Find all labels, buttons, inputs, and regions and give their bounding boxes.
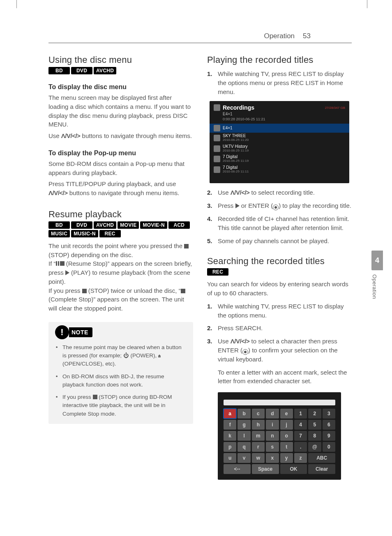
text: buttons to navigate through menu items. — [68, 189, 180, 196]
list-item: 1. While watching TV, press REC LIST to … — [207, 69, 352, 96]
keyboard-key[interactable]: . — [294, 442, 307, 452]
keyboard-key[interactable]: 1 — [294, 409, 307, 419]
sidebar-tab: 4 Operation — [371, 251, 383, 299]
keyboard-key[interactable]: t — [280, 442, 293, 452]
keyboard-key[interactable]: f — [224, 420, 236, 430]
recording-date: 2010-06-25 11:19 — [223, 159, 249, 163]
recording-row[interactable]: SKY THREE2010-06-25 11:20 — [210, 133, 349, 143]
note-badge-icon: ! — [55, 325, 69, 339]
keyboard-key[interactable]: s — [266, 442, 279, 452]
keyboard-key[interactable]: 5 — [308, 420, 321, 430]
text: (OPEN/CLOSE), etc). — [62, 361, 116, 367]
list-item: 1. While watching TV, press REC LIST to … — [207, 302, 352, 320]
recordings-channel: E4+1 — [210, 112, 349, 116]
recording-row[interactable]: E4+1 — [210, 124, 349, 133]
keyboard-key[interactable]: m — [252, 431, 265, 441]
text: Use — [48, 132, 61, 139]
keyboard-key[interactable]: r — [252, 442, 265, 452]
text: Press SEARCH. — [218, 324, 263, 333]
text: Press TITLE/POPUP during playback, and u… — [48, 180, 176, 187]
text: buttons to navigate through menu items. — [80, 132, 192, 139]
note-item: • If you press (STOP) once during BD-ROM… — [55, 393, 187, 418]
keyboard-key[interactable]: d — [266, 409, 279, 419]
label-rec: REC — [99, 230, 121, 237]
text: Use — [218, 189, 231, 196]
note-box: ! NOTE • The resume point may be cleared… — [48, 322, 193, 424]
para-accent-note: To enter a letter with an accent mark, s… — [218, 368, 352, 386]
list-item: 2. Press SEARCH. — [207, 324, 352, 333]
keyboard-key[interactable]: ABC — [308, 453, 335, 463]
keyboard-key[interactable]: 3 — [323, 409, 335, 419]
list-number: 5. — [207, 237, 215, 246]
keyboard-key[interactable]: i — [266, 420, 279, 430]
nav-arrows-glyph: Λ/V/</> — [48, 189, 68, 196]
para-resume-1: The unit records the point where you pre… — [48, 242, 193, 313]
header-page-number: 53 — [303, 32, 311, 40]
keyboard-key[interactable]: a — [224, 409, 236, 419]
recording-thumbnail-icon — [214, 135, 220, 141]
keyboard-key[interactable]: b — [238, 409, 250, 419]
text: Recorded title of CI+ channel has retent… — [218, 214, 352, 232]
keyboard-key[interactable]: Clear — [308, 464, 335, 474]
keyboard-key[interactable]: 4 — [294, 420, 307, 430]
keyboard-key[interactable]: q — [238, 442, 250, 452]
list-number: 3. — [207, 201, 215, 210]
keyboard-key[interactable]: 0 — [323, 442, 335, 452]
list-number: 3. — [207, 337, 215, 386]
list-item: 3. Press or ENTER () to play the recordi… — [207, 201, 352, 210]
keyboard-key[interactable]: <-- — [224, 464, 251, 474]
note-list: • The resume point may be cleared when a… — [55, 343, 187, 418]
keyboard-input-bar — [224, 400, 335, 405]
recording-row[interactable]: 7 Digital2010-06-25 11:19 — [210, 154, 349, 164]
keyboard-key[interactable]: p — [224, 442, 236, 452]
label-avchd: AVCHD — [94, 67, 116, 74]
list-item: 4. Recorded title of CI+ channel has ret… — [207, 214, 352, 232]
eject-icon: ⏏ — [158, 352, 161, 359]
recordings-screenshot: Recordings 27/28/347 GB E4+1 0:00:28 201… — [210, 101, 349, 183]
label-avchd: AVCHD — [94, 221, 116, 229]
keyboard-key[interactable]: n — [266, 431, 279, 441]
section-searching-recorded-titles: Searching the recorded titles — [207, 256, 352, 267]
keyboard-key[interactable]: v — [238, 453, 250, 463]
stop-icon — [93, 395, 97, 399]
play-icon — [235, 203, 240, 208]
keyboard-key[interactable]: 2 — [308, 409, 321, 419]
format-labels: REC — [207, 268, 352, 276]
para-disc-menu-2: Use Λ/V/</> buttons to navigate through … — [48, 131, 193, 140]
keyboard-key[interactable]: Space — [252, 464, 279, 474]
section-resume-playback: Resume playback — [48, 209, 193, 220]
note-item: • The resume point may be cleared when a… — [55, 343, 187, 368]
keyboard-key[interactable]: o — [280, 431, 293, 441]
keyboard-key[interactable]: x — [266, 453, 279, 463]
keyboard-key[interactable]: h — [252, 420, 265, 430]
right-column: Playing the recorded titles 1. While wat… — [207, 55, 352, 480]
text: If “ — [48, 260, 56, 267]
keyboard-key[interactable]: 6 — [323, 420, 335, 430]
keyboard-key[interactable]: 7 — [294, 431, 307, 441]
nav-arrows-glyph: Λ/V/</> — [231, 338, 250, 345]
list-number: 4. — [207, 214, 215, 232]
keyboard-key[interactable]: l — [238, 431, 250, 441]
recording-thumbnail-icon — [214, 166, 220, 173]
recording-row[interactable]: 7 Digital2010-06-25 11:11 — [210, 164, 349, 175]
recording-row[interactable]: UKTV History2010-06-25 11:19 — [210, 143, 349, 154]
keyboard-key[interactable]: w — [252, 453, 265, 463]
bullet-icon: • — [55, 373, 58, 389]
keyboard-key[interactable]: j — [280, 420, 293, 430]
keyboard-key[interactable]: z — [294, 453, 307, 463]
bullet-icon: • — [55, 343, 58, 368]
keyboard-key[interactable]: c — [252, 409, 265, 419]
keyboard-key[interactable]: y — [280, 453, 293, 463]
keyboard-key[interactable]: 8 — [308, 431, 321, 441]
keyboard-key[interactable]: @ — [308, 442, 321, 452]
keyboard-key[interactable]: e — [280, 409, 293, 419]
note-header: ! NOTE — [55, 322, 187, 339]
keyboard-key[interactable]: k — [224, 431, 236, 441]
text: While watching TV, press REC LIST to dis… — [218, 69, 352, 96]
keyboard-key[interactable]: u — [224, 453, 236, 463]
para-popup-1: Some BD-ROM discs contain a Pop-up menu … — [48, 159, 193, 177]
keyboard-key[interactable]: g — [238, 420, 250, 430]
keyboard-key[interactable]: 9 — [323, 431, 335, 441]
recording-date: 2010-06-25 11:19 — [223, 149, 249, 153]
keyboard-key[interactable]: OK — [280, 464, 307, 474]
